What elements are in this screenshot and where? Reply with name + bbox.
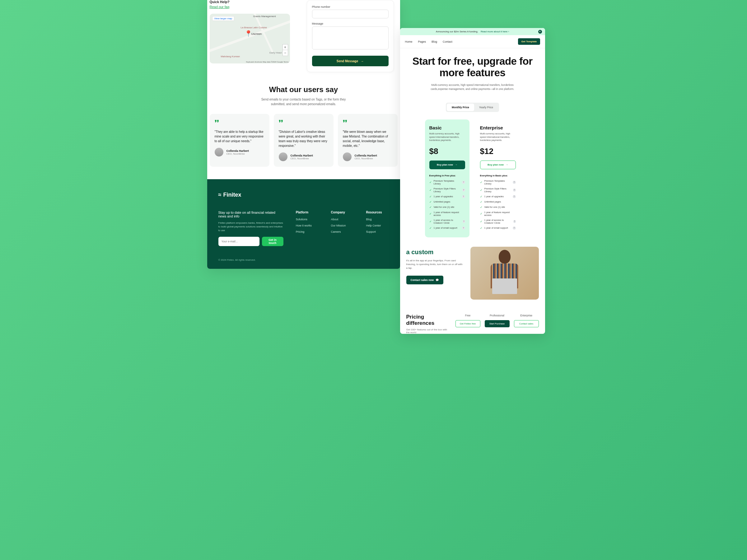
footer-col-title: Company (331, 211, 354, 214)
top-nav: HomePagesBlogContact Get Template (400, 35, 545, 48)
plan-price: $8 (429, 147, 465, 156)
newsletter-email-input[interactable] (218, 237, 259, 246)
info-icon[interactable]: ? (462, 227, 465, 230)
features-header: Everything in Basic plus: (480, 174, 516, 177)
plan-desc: Multi-currency accounts, high speed inte… (429, 132, 465, 142)
footer-link[interactable]: Our Mission (331, 224, 354, 227)
nav-link[interactable]: Home (405, 40, 413, 43)
check-icon: ✓ (429, 195, 432, 198)
check-icon: ✓ (480, 220, 483, 223)
billing-toggle: Monthly Price Yearly Price (446, 103, 499, 112)
info-icon[interactable]: ? (513, 227, 516, 230)
footer-link[interactable]: Pricing (296, 230, 318, 233)
announcement-link[interactable]: Read more about it here › (481, 30, 509, 33)
zoom-out-button[interactable]: − (283, 50, 288, 56)
author-role: CEO, NoonBrew (290, 157, 313, 160)
monthly-toggle[interactable]: Monthly Price (447, 104, 474, 111)
tier-cta-button[interactable]: Contact sales (514, 320, 539, 327)
testimonial-card: ❜❜ "We were blown away when we saw Mixla… (338, 114, 397, 167)
message-textarea[interactable] (312, 26, 389, 49)
check-icon: ✓ (429, 206, 432, 209)
author-name: Collenda Harbert (355, 154, 378, 157)
buy-plan-button[interactable]: Buy plan now → (480, 160, 516, 169)
map-poi: Early Head (269, 51, 282, 54)
info-icon[interactable]: ? (513, 181, 516, 184)
send-message-button[interactable]: Send Message → (312, 56, 389, 66)
avatar (215, 148, 223, 156)
info-icon[interactable]: ? (462, 188, 465, 192)
avatar (279, 152, 287, 161)
info-icon[interactable]: ? (462, 181, 465, 184)
pricing-diff-sub: Get 100+ features out of the box with th… (406, 328, 449, 334)
yearly-toggle[interactable]: Yearly Price (474, 104, 498, 111)
map-poi: La Brassa Latin Cuisine (241, 26, 267, 29)
plan-name: Basic (429, 125, 465, 130)
plan-feature: ✓Valid for one (1) site (480, 206, 516, 209)
nav-link[interactable]: Contact (443, 40, 453, 43)
check-icon: ✓ (480, 181, 483, 184)
contact-sales-button[interactable]: Contact sales now 💬 (406, 276, 444, 284)
footer-link[interactable]: How it works (296, 224, 318, 227)
features-header: Everything in Free plus: (429, 174, 465, 177)
zoom-in-button[interactable]: + (283, 45, 288, 50)
info-icon[interactable]: ? (513, 188, 516, 192)
hero-title: Start for free, upgrade for more feature… (403, 56, 543, 79)
tier-cta-button[interactable]: Start Purchase (485, 320, 510, 327)
phone-input[interactable] (312, 10, 389, 18)
tier-label: Enterprise (514, 314, 539, 317)
map-embed[interactable]: View larger map Grants Management La Bra… (210, 14, 290, 63)
get-template-button[interactable]: Get Template (518, 38, 540, 45)
plan-feature: ✓1 year of email support? (429, 227, 465, 230)
check-icon: ✓ (480, 206, 483, 209)
plan-feature: ✓1 year of upgrades? (429, 195, 465, 198)
hero-sub: Multi-currency accounts, high speed inte… (426, 83, 519, 91)
check-icon: ✓ (480, 200, 483, 203)
testimonial-card: ❜❜ "They are able to help a startup like… (210, 114, 269, 167)
pricing-diff-column: Free Get Finitex free (456, 314, 480, 327)
nav-link[interactable]: Blog (432, 40, 437, 43)
check-icon: ✓ (429, 220, 432, 223)
tier-label: Free (456, 314, 480, 317)
footer-link[interactable]: About (331, 218, 354, 221)
site-footer: ≈ Finitex Stay up to date on all financi… (207, 179, 400, 269)
footer-link[interactable]: Blog (366, 218, 389, 221)
map-poi: Grants Management (253, 15, 276, 18)
testimonials-sub: Send emails to your contacts based on Ta… (257, 97, 350, 106)
plan-feature: ✓1 year of feature request access (429, 211, 465, 217)
pricing-plan-card: Basic Multi-currency accounts, high spee… (425, 120, 469, 237)
testimonials-heading: What our users say (210, 85, 397, 94)
info-icon[interactable]: ? (463, 220, 465, 223)
author-role: CEO, NoonBrew (355, 157, 378, 160)
plan-feature: ✓Premium Templates Library? (429, 179, 465, 185)
map-pin-label: Uscreen (251, 32, 262, 35)
footer-link[interactable]: Help Center (366, 224, 389, 227)
nav-link[interactable]: Pages (418, 40, 426, 43)
buy-plan-button[interactable]: Buy plan now → (429, 160, 465, 169)
larger-map-link[interactable]: View larger map (212, 16, 235, 21)
check-icon: ✓ (480, 195, 483, 198)
check-icon: ✓ (480, 227, 483, 230)
pricing-diff-column: Professional Start Purchase (485, 314, 510, 327)
footer-link[interactable]: Solutions (296, 218, 318, 221)
footer-col-title: Resources (366, 211, 389, 214)
custom-plan-desc: It's all in the app at your fingertips. … (406, 259, 464, 270)
get-in-touch-button[interactable]: Get in touch (262, 237, 283, 246)
info-icon[interactable]: ? (513, 195, 516, 198)
custom-plan-title: a custom (406, 249, 464, 256)
tier-cta-button[interactable]: Get Finitex free (456, 320, 480, 327)
author-name: Collenda Harbert (290, 154, 313, 157)
left-page-card: Quick Help? Read our faq View larger map… (207, 0, 400, 269)
right-page-card: Announcing our $2m Series A funding. Rea… (400, 28, 545, 334)
info-icon[interactable]: ? (513, 220, 516, 223)
check-icon: ✓ (429, 188, 432, 192)
close-icon[interactable]: ✕ (538, 30, 542, 33)
testimonial-text: "Division of Labor's creative ideas were… (279, 129, 329, 148)
author-name: Collenda Harbert (227, 149, 249, 152)
footer-link[interactable]: Support (366, 230, 389, 233)
plan-feature: ✓1 year of feature request access (480, 211, 516, 217)
quote-icon: ❜❜ (279, 120, 329, 126)
faq-link[interactable]: Read our faq (210, 5, 230, 9)
footer-link[interactable]: Careers (331, 230, 354, 233)
info-icon[interactable]: ? (462, 195, 465, 198)
testimonial-text: "We were blown away when we saw Mixland.… (343, 129, 393, 148)
